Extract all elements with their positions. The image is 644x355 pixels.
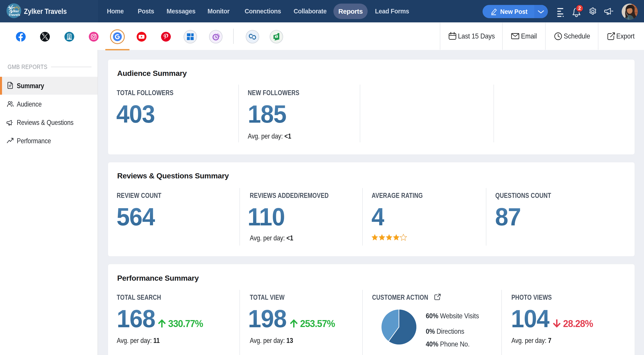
svg-text:Zylker: Zylker (9, 9, 19, 13)
svg-text:Travels: Travels (8, 13, 20, 17)
